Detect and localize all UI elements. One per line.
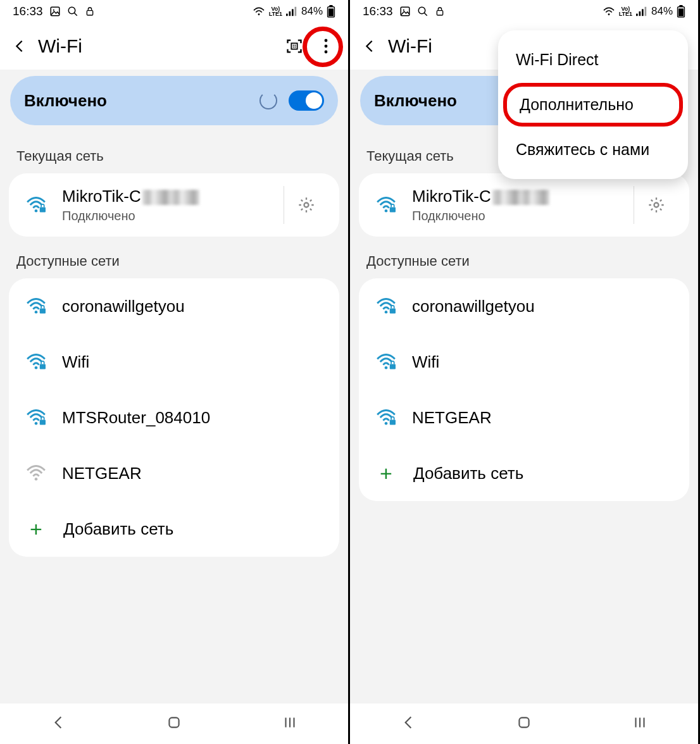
svg-rect-29 [40, 419, 46, 425]
nav-home-button[interactable] [516, 714, 532, 733]
battery-percent: 84% [651, 5, 673, 18]
ssid-blurred [142, 190, 199, 205]
svg-point-21 [35, 209, 38, 213]
wifi-open-icon [20, 464, 52, 483]
add-network-label: Добавить сеть [52, 519, 173, 539]
wifi-switch[interactable] [289, 90, 324, 111]
svg-rect-42 [639, 11, 641, 16]
svg-rect-4 [87, 11, 92, 15]
menu-item-contact[interactable]: Свяжитесь с нами [498, 129, 688, 170]
svg-point-20 [325, 51, 328, 54]
search-icon [417, 6, 428, 17]
gear-icon [297, 196, 315, 214]
svg-point-53 [385, 366, 388, 369]
current-ssid: MikroTik-C [412, 187, 634, 206]
current-network-row[interactable]: MikroTik-C Подключено [9, 173, 339, 237]
page-title: Wi-Fi [38, 35, 278, 57]
svg-line-3 [74, 13, 77, 16]
svg-rect-17 [295, 47, 296, 48]
network-settings-button[interactable] [284, 186, 328, 224]
svg-rect-49 [390, 207, 396, 212]
svg-point-55 [385, 422, 388, 425]
status-bar: 16:33 Vo)LTE1 84% [350, 0, 698, 23]
back-button[interactable] [13, 39, 38, 53]
phone-screen-right: 16:33 Vo)LTE1 84% Wi-Fi Wi-Fi Direct Доп… [350, 0, 700, 744]
svg-point-37 [418, 7, 425, 14]
menu-item-advanced[interactable]: Дополнительно [503, 83, 683, 127]
network-row[interactable]: NETGEAR [359, 390, 689, 445]
svg-rect-22 [40, 207, 46, 212]
phone-screen-left: 16:33 Vo)LTE1 84% Wi-Fi Включено [0, 0, 350, 744]
svg-point-2 [68, 7, 75, 14]
svg-rect-46 [678, 8, 684, 16]
connection-status: Подключено [62, 209, 284, 223]
network-row[interactable]: coronawillgetyou [359, 278, 689, 334]
network-settings-button[interactable] [634, 186, 678, 224]
svg-rect-11 [328, 8, 334, 16]
section-current: Текущая сеть [0, 132, 348, 173]
svg-rect-56 [390, 419, 396, 425]
nav-back-button[interactable] [400, 714, 416, 733]
status-time: 16:33 [13, 4, 43, 18]
back-button[interactable] [363, 39, 388, 53]
network-row[interactable]: Wifi [9, 334, 339, 390]
loading-spinner-icon [259, 92, 277, 109]
svg-rect-6 [286, 14, 288, 16]
network-ssid: NETGEAR [62, 464, 328, 483]
status-bar: 16:33 Vo)LTE1 84% [0, 0, 348, 23]
current-network-row[interactable]: MikroTik-C Подключено [359, 173, 689, 237]
svg-point-51 [385, 311, 388, 314]
wifi-secured-icon [370, 195, 402, 214]
network-row[interactable]: coronawillgetyou [9, 278, 339, 334]
ssid-blurred [492, 190, 549, 205]
plus-icon: + [20, 517, 52, 542]
add-network-label: Добавить сеть [402, 464, 523, 483]
svg-rect-39 [437, 11, 442, 15]
svg-point-40 [608, 13, 609, 15]
nav-back-button[interactable] [50, 714, 66, 733]
menu-item-wifi-direct[interactable]: Wi-Fi Direct [498, 39, 688, 80]
svg-rect-8 [292, 9, 294, 16]
status-time: 16:33 [363, 4, 393, 18]
nav-recents-button[interactable] [282, 714, 298, 733]
svg-rect-15 [295, 45, 296, 46]
svg-point-50 [654, 203, 658, 208]
connection-status: Подключено [412, 209, 634, 223]
svg-rect-52 [390, 308, 396, 313]
network-row[interactable]: Wifi [359, 334, 689, 390]
network-row[interactable]: MTSRouter_084010 [9, 390, 339, 445]
more-options-button[interactable] [310, 30, 342, 62]
svg-point-24 [35, 311, 38, 314]
svg-point-1 [53, 9, 54, 11]
wifi-secured-icon [20, 408, 52, 427]
svg-point-48 [385, 209, 388, 213]
picture-icon [49, 6, 61, 17]
battery-percent: 84% [301, 5, 323, 18]
add-network-row[interactable]: +Добавить сеть [9, 501, 339, 557]
wifi-toggle-label: Включено [374, 91, 457, 111]
available-networks-card: coronawillgetyouWifiMTSRouter_084010NETG… [9, 278, 339, 557]
qr-scan-button[interactable] [278, 30, 310, 62]
wifi-secured-icon [370, 297, 402, 316]
volte-icon: Vo)LTE1 [619, 6, 632, 16]
wifi-toggle-row[interactable]: Включено [10, 76, 338, 125]
svg-point-19 [325, 45, 328, 48]
nav-recents-button[interactable] [632, 714, 648, 733]
wifi-toggle-label: Включено [24, 91, 107, 111]
svg-rect-27 [40, 364, 46, 369]
section-available: Доступные сети [0, 237, 348, 278]
plus-icon: + [370, 461, 402, 486]
add-network-row[interactable]: +Добавить сеть [359, 445, 689, 501]
network-ssid: Wifi [62, 352, 328, 372]
wifi-secured-icon [370, 408, 402, 427]
nav-bar [350, 704, 698, 744]
signal-icon [286, 6, 297, 16]
svg-rect-31 [169, 717, 178, 727]
current-network-card: MikroTik-C Подключено [9, 173, 339, 237]
header: Wi-Fi [0, 23, 348, 70]
nav-home-button[interactable] [166, 714, 182, 733]
picture-icon [399, 6, 411, 17]
network-ssid: coronawillgetyou [412, 297, 678, 316]
current-network-card: MikroTik-C Подключено [359, 173, 689, 237]
network-row[interactable]: NETGEAR [9, 445, 339, 501]
